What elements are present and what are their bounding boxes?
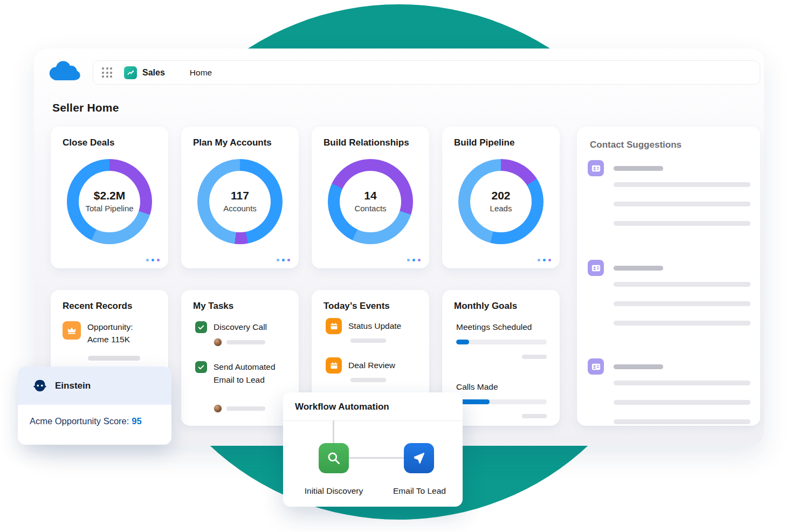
task-checkbox-checked[interactable] — [195, 321, 207, 333]
search-icon — [326, 450, 342, 466]
contact-card-icon — [588, 260, 604, 276]
placeholder-line — [614, 419, 751, 424]
placeholder-line — [614, 321, 751, 326]
contact-suggestion-item[interactable] — [588, 358, 751, 445]
task-label[interactable]: Discovery Call — [214, 321, 267, 334]
salesforce-cloud-logo-icon[interactable] — [46, 58, 82, 85]
progress-fill — [456, 340, 469, 344]
carousel-dots[interactable] — [277, 259, 290, 261]
accounts-donut-chart[interactable]: 117 Accounts — [197, 159, 283, 244]
send-icon — [411, 451, 426, 466]
record-type: Opportunity: — [87, 321, 133, 333]
placeholder-line — [614, 301, 751, 306]
score-value: 95 — [132, 416, 141, 426]
record-name: Acme 115K — [87, 333, 133, 346]
placeholder-line — [614, 381, 751, 385]
donut-center: 14 Contacts — [328, 159, 413, 244]
event-label[interactable]: Status Update — [348, 321, 401, 331]
contact-suggestion-item[interactable] — [588, 160, 751, 246]
assignee-avatar — [214, 338, 222, 347]
einstein-robot-icon — [32, 378, 48, 394]
placeholder-line — [88, 356, 140, 361]
card-my-tasks: My Tasks Discovery Call Send Automated E… — [181, 290, 299, 426]
calendar-icon — [326, 357, 342, 374]
task-checkbox-checked[interactable] — [195, 361, 207, 373]
donut-center: 117 Accounts — [197, 159, 283, 244]
metric-label: Total Pipeline — [84, 204, 135, 214]
metric-value: 202 — [491, 189, 510, 202]
contact-card-icon — [588, 358, 604, 375]
placeholder-line — [522, 355, 547, 359]
metric-value: 117 — [231, 189, 249, 202]
contacts-donut-chart[interactable]: 14 Contacts — [328, 159, 413, 244]
placeholder-line — [226, 406, 265, 411]
card-title: Plan My Accounts — [193, 137, 272, 148]
card-build-pipeline: Build Pipeline 202 Leads — [442, 127, 560, 268]
recent-record-link[interactable]: Opportunity: Acme 115K — [87, 321, 133, 346]
metric-label: Leads — [476, 204, 526, 214]
donut-center: $2.2M Total Pipeline — [67, 159, 152, 244]
carousel-dots[interactable] — [146, 259, 160, 261]
carousel-dots[interactable] — [407, 259, 421, 261]
card-title: Monthly Goals — [454, 301, 517, 312]
placeholder-line — [614, 400, 751, 405]
workflow-title: Workflow Automation — [295, 402, 389, 412]
workflow-step-initial-discovery[interactable] — [319, 443, 349, 473]
placeholder-line — [614, 221, 751, 226]
placeholder-line — [614, 282, 751, 287]
contact-card-icon — [588, 160, 604, 176]
score-label: Acme Opportunity Score: — [30, 416, 129, 426]
app-launcher-icon[interactable] — [102, 67, 112, 78]
placeholder-name-bar — [614, 166, 663, 171]
einstein-title: Einstein — [55, 381, 91, 391]
goal-label: Meetings Scheduled — [456, 322, 532, 332]
progress-bar-meetings — [456, 340, 547, 344]
einstein-header: Einstein — [18, 367, 171, 405]
placeholder-line — [350, 338, 386, 343]
carousel-dots[interactable] — [538, 259, 551, 261]
close-deals-donut-chart[interactable]: $2.2M Total Pipeline — [67, 159, 152, 244]
card-title: Recent Records — [63, 301, 132, 312]
task-label[interactable]: Send Automated Email to Lead — [214, 361, 278, 386]
donut-center: 202 Leads — [458, 159, 544, 244]
einstein-insight-card: Einstein Acme Opportunity Score:95 — [18, 367, 171, 445]
assignee-avatar — [214, 404, 222, 413]
card-title: Today’s Events — [324, 301, 390, 312]
workflow-step-email-to-lead[interactable] — [404, 443, 434, 473]
metric-value: 14 — [364, 189, 376, 202]
metric-value: $2.2M — [94, 189, 125, 202]
panel-title: Contact Suggestions — [590, 140, 682, 150]
workflow-step-label: Email To Lead — [381, 486, 458, 496]
workflow-connector-vertical — [333, 420, 334, 444]
workflow-connector-horizontal — [349, 457, 404, 459]
einstein-score-text: Acme Opportunity Score:95 — [18, 405, 171, 426]
app-name-label[interactable]: Sales — [142, 68, 165, 78]
card-plan-my-accounts: Plan My Accounts 117 Accounts — [181, 127, 299, 268]
card-build-relationships: Build Relationships 14 Contacts — [312, 127, 429, 268]
global-nav-bar: Sales Home — [93, 60, 760, 85]
sales-app-icon — [124, 66, 137, 79]
opportunity-crown-icon — [63, 321, 81, 340]
contact-suggestions-panel: Contact Suggestions — [577, 127, 760, 426]
progress-bar-calls — [456, 399, 547, 404]
placeholder-line — [350, 378, 386, 382]
goal-label: Calls Made — [456, 382, 498, 392]
page-background: Sales Home Seller Home Close Deals $2.2M… — [0, 0, 798, 532]
tab-home[interactable]: Home — [190, 68, 212, 78]
card-title: Build Relationships — [324, 137, 409, 148]
page-title: Seller Home — [52, 101, 119, 114]
placeholder-name-bar — [614, 266, 663, 271]
divider — [283, 420, 463, 421]
leads-donut-chart[interactable]: 202 Leads — [458, 159, 544, 244]
placeholder-line — [522, 414, 547, 418]
card-title: My Tasks — [193, 301, 233, 312]
placeholder-line — [226, 340, 265, 344]
contact-suggestion-item[interactable] — [588, 260, 751, 346]
event-label[interactable]: Deal Review — [348, 361, 395, 370]
workflow-step-label: Initial Discovery — [287, 486, 380, 496]
card-title: Build Pipeline — [454, 137, 514, 148]
workflow-automation-card: Workflow Automation Initial Discovery Em… — [283, 392, 463, 507]
calendar-icon — [326, 318, 342, 334]
metric-label: Accounts — [215, 204, 265, 214]
metric-label: Contacts — [345, 204, 396, 214]
